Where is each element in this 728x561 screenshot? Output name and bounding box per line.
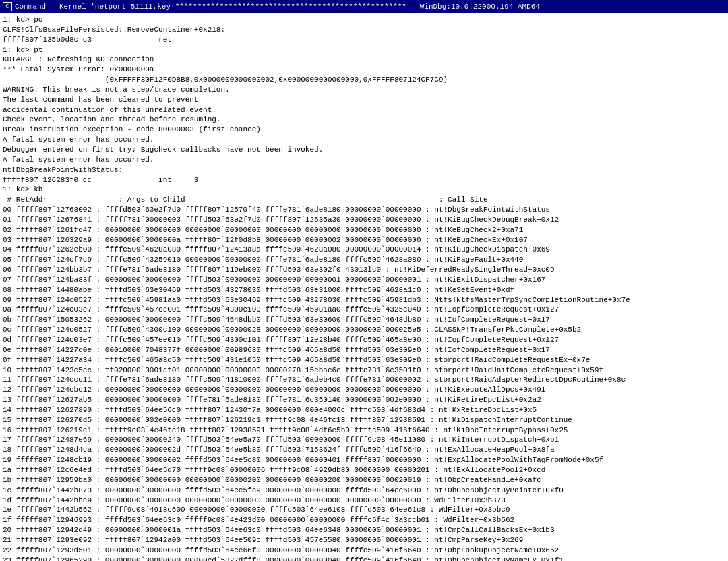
terminal-line: fffff807`135b0d8c c3 ret [3,35,725,45]
terminal-line: 13 fffff807`12627ab5 : 00000000`00000000… [3,395,725,405]
terminal-line: KDTARGET: Refreshing KD connection [3,55,725,65]
terminal-line: 06 fffff807`124bb3b7 : ffffe781`6ade8180… [3,265,725,275]
terminal-line: 1: kd> pc [3,15,725,25]
terminal-line: 1a fffff807`12c6e4ed : ffffd503`64ee5d70… [3,465,725,475]
terminal-line: 05 fffff807`124cf7c9 : ffffc509`43259010… [3,255,725,265]
terminal-line: 19 fffff807`1248cb19 : 00000000`00000002… [3,455,725,465]
window-icon: C [3,2,12,11]
terminal-line: 01 fffff807`12676841 : fffff781`00000003… [3,215,725,225]
terminal-line: 11 fffff807`124ccc11 : ffffe781`6ade8180… [3,375,725,385]
terminal-line: 08 fffff807`14480abe : ffffd503`63e30469… [3,285,725,295]
terminal-line: The last command has been cleared to pre… [3,95,725,105]
terminal-line: Break instruction exception - code 80000… [3,125,725,135]
terminal-line: 04 fffff807`1262eb00 : ffffc509`4628a080… [3,245,725,255]
title-bar-text: Command - Kernel 'netport=51111,key=****… [15,3,725,11]
terminal-line: 18 fffff807`1248d4ca : 00000000`0000002d… [3,445,725,455]
terminal-line: 00 fffff807`12768002 : ffffd503`63e2f7d0… [3,205,725,215]
terminal-line: 1: kd> kb [3,185,725,195]
terminal-line: A fatal system error has occurred. [3,155,725,165]
terminal-line: # RetAddr : Args to Child : Call Site [3,195,725,205]
terminal-line: 14 fffff807`12627890 : ffffd503`64ee56c0… [3,405,725,415]
terminal-line: (0xFFFFF80F12F0D8B8,0x0000000000000002,0… [3,75,725,85]
terminal-line: 07 fffff807`124ba83f : 00000000`00000000… [3,275,725,285]
terminal-line: 10 fffff807`1423c5cc : ff020000`0001af01… [3,365,725,376]
terminal-line: 0f fffff807`14227a34 : ffffc509`465a8d50… [3,355,725,365]
terminal-line: WARNING: This break is not a step/trace … [3,85,725,95]
terminal-line: 15 fffff807`126270d5 : 00000000`002e0000… [3,415,725,425]
terminal-line: 20 fffff807`12942d49 : 00000000`0000001a… [3,525,725,535]
terminal-line: Debugger entered on first try; Bugcheck … [3,145,725,155]
terminal-line: 1: kd> pt [3,45,725,55]
terminal-line: A fatal system error has occurred. [3,135,725,145]
terminal-line: 16 fffff807`126219c1 : fffff9c08`4e46fc1… [3,425,725,436]
terminal-line: 21 fffff807`1293e092 : fffff807`12942a00… [3,535,725,545]
terminal-line: 09 fffff807`124c0527 : ffffc509`45981aa0… [3,295,725,305]
terminal-line: 0d fffff807`124c03e7 : ffffc509`457ee010… [3,335,725,345]
terminal-line: 22 fffff807`1293d501 : 00000000`00000000… [3,545,725,556]
terminal-line: Check event, location and thread before … [3,115,725,125]
terminal-line: 1d fffff807`1442bbc9 : 00000000`00000000… [3,496,725,506]
terminal-line: 12 fffff807`124cbc12 : 00000000`00000000… [3,385,725,395]
terminal-line: 17 fffff807`12487e69 : 00000000`00000240… [3,435,725,445]
terminal-line: 1e fffff807`1442b562 : fffff9c08`4918c60… [3,505,725,515]
terminal-line: 0e fffff807`14227d0e : 00010000`7048377f… [3,345,725,355]
terminal-line: CLFS!ClfsBsaeFilePersisted::RemoveContai… [3,25,725,35]
terminal-line: 03 fffff807`126329a9 : 00000000`0000000a… [3,235,725,245]
terminal-line: 1c fffff807`1442b873 : 00000000`00000000… [3,485,725,496]
terminal-line: 1f fffff807`12946993 : ffffd503`64ee63c0… [3,515,725,525]
terminal-line: 0a fffff807`124c03e7 : ffffc509`457ee001… [3,305,725,315]
terminal-line: 0b fffff807`15053262 : 00000000`00000000… [3,315,725,325]
terminal-window[interactable]: 1: kd> pcCLFS!ClfsBsaeFilePersisted::Rem… [0,13,728,561]
terminal-line: *** Fatal System Error: 0x0000000a [3,65,725,75]
terminal-line: 0c fffff807`124c0527 : ffffc509`4300c100… [3,325,725,335]
terminal-line: 23 fffff807`12965290 : 00000000`00000000… [3,556,725,561]
title-bar: C Command - Kernel 'netport=51111,key=**… [0,0,728,13]
terminal-line: accidental continuation of this unrelate… [3,105,725,115]
terminal-line: fffff807`126283f0 cc int 3 [3,175,725,185]
terminal-line: 1b fffff807`12959ba0 : 00000000`00000000… [3,475,725,485]
terminal-line: nt!DbgBreakPointWithStatus: [3,165,725,175]
terminal-line: 02 fffff807`1261fd47 : 00000000`00000000… [3,225,725,235]
